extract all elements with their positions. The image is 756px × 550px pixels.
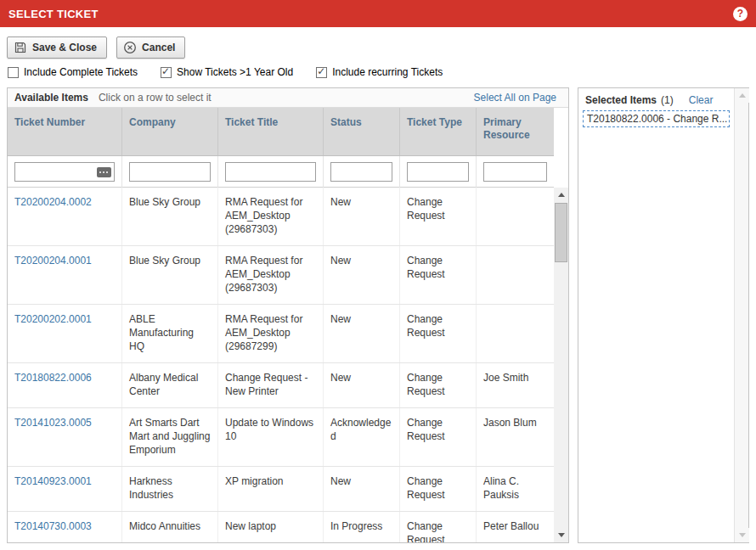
ticket-title-cell[interactable]: New laptop xyxy=(218,512,324,542)
ticket-number-cell[interactable]: T20180822.0006 xyxy=(8,363,122,407)
filter-cell xyxy=(477,156,554,188)
available-items-panel: Available Items Click on a row to select… xyxy=(7,87,569,543)
filter-cell xyxy=(400,156,477,188)
status-cell[interactable]: New xyxy=(324,188,400,245)
ticket-number-cell[interactable]: T20200202.0001 xyxy=(8,305,122,362)
scroll-down-icon xyxy=(739,533,746,537)
ticket-title-cell[interactable]: XP migration xyxy=(218,467,324,511)
checkbox-box[interactable] xyxy=(8,67,19,78)
selected-items-count: (1) xyxy=(661,94,674,106)
ticket-title-cell[interactable]: Change Request - New Printer xyxy=(218,363,324,407)
ticket-type-cell[interactable]: Change Request xyxy=(400,246,477,304)
scroll-down-button[interactable] xyxy=(554,528,568,542)
primary-resource-cell[interactable] xyxy=(477,188,554,245)
ticket-title-cell[interactable]: RMA Request for AEM_Desktop (29687303) xyxy=(218,246,324,304)
ticket-type-cell[interactable]: Change Request xyxy=(400,512,477,542)
select-all-link[interactable]: Select All on Page xyxy=(474,92,561,104)
primary-resource-cell[interactable]: Alina C. Pauksis xyxy=(477,467,554,511)
ticket-title-cell[interactable]: Update to Windows 10 xyxy=(218,408,324,466)
selected-item[interactable]: T20180822.0006 - Change R... xyxy=(583,110,730,127)
table-row[interactable]: T20180822.0006 Albany Medical Center Cha… xyxy=(8,363,554,408)
scrollbar-thumb[interactable] xyxy=(555,203,567,262)
status-cell[interactable]: Acknowledged xyxy=(324,408,400,466)
table-row[interactable]: T20140923.0001 Harkness Industries XP mi… xyxy=(8,467,554,512)
primary-resource-cell[interactable]: Jason Blum xyxy=(477,408,554,466)
ticket-number-link[interactable]: T20180822.0006 xyxy=(14,372,92,384)
grid-scrollbar[interactable] xyxy=(554,188,568,542)
company-cell[interactable]: Blue Sky Group xyxy=(122,246,218,304)
checkbox-include-complete-tickets[interactable]: Include Complete Tickets xyxy=(8,66,138,78)
selected-items-panel: Selected Items (1) Clear T20180822.0006 … xyxy=(578,87,749,543)
table-row[interactable]: T20200204.0002 Blue Sky Group RMA Reques… xyxy=(8,188,554,246)
primary-resource-cell[interactable]: Joe Smith xyxy=(477,363,554,407)
checkbox-box[interactable] xyxy=(161,67,172,78)
filter-input[interactable] xyxy=(129,162,211,182)
filter-input[interactable] xyxy=(407,162,469,182)
filter-options-icon[interactable] xyxy=(97,167,111,177)
ticket-title-cell[interactable]: RMA Request for AEM_Desktop (29687299) xyxy=(218,305,324,362)
ticket-number-link[interactable]: T20140730.0003 xyxy=(14,520,92,532)
ticket-number-cell[interactable]: T20141023.0005 xyxy=(8,408,122,466)
checkbox-show-tickets-over-1-year-old[interactable]: Show Tickets >1 Year Old xyxy=(161,66,293,78)
selected-scroll-up-button[interactable] xyxy=(735,88,749,103)
ticket-type-cell[interactable]: Change Request xyxy=(400,305,477,362)
ticket-number-cell[interactable]: T20200204.0002 xyxy=(8,188,122,245)
selected-scroll-down-button[interactable] xyxy=(735,528,749,542)
filter-input[interactable] xyxy=(330,162,392,182)
company-cell[interactable]: Midco Annuities xyxy=(122,512,218,542)
ticket-number-cell[interactable]: T20140730.0003 xyxy=(8,512,122,542)
clear-link[interactable]: Clear xyxy=(689,94,714,106)
checkbox-include-recurring-tickets[interactable]: Include recurring Tickets xyxy=(316,66,443,78)
ticket-type-cell[interactable]: Change Request xyxy=(400,188,477,245)
ticket-number-link[interactable]: T20200202.0001 xyxy=(14,313,92,325)
column-header[interactable]: Status xyxy=(324,108,400,155)
primary-resource-cell[interactable] xyxy=(477,305,554,362)
column-header[interactable]: Ticket Type xyxy=(400,108,477,155)
selected-items-header: Selected Items (1) Clear xyxy=(578,88,734,110)
ticket-number-link[interactable]: T20141023.0005 xyxy=(14,417,92,429)
ticket-title-cell[interactable]: RMA Request for AEM_Desktop (29687303) xyxy=(218,188,324,245)
selected-scrollbar[interactable] xyxy=(734,88,748,542)
status-cell[interactable]: In Progress xyxy=(324,512,400,542)
company-cell[interactable]: Albany Medical Center xyxy=(122,363,218,407)
grid-filter-row xyxy=(8,156,554,188)
cancel-button[interactable]: Cancel xyxy=(116,36,185,59)
ticket-number-link[interactable]: T20200204.0001 xyxy=(14,255,92,267)
company-cell[interactable]: Harkness Industries xyxy=(122,467,218,511)
save-close-button[interactable]: Save & Close xyxy=(7,36,107,59)
table-row[interactable]: T20200202.0001 ABLE Manufacturing HQ RMA… xyxy=(8,305,554,363)
available-items-strip: Available Items Click on a row to select… xyxy=(8,88,568,108)
ticket-number-link[interactable]: T20200204.0002 xyxy=(14,196,92,208)
status-cell[interactable]: New xyxy=(324,467,400,511)
status-cell[interactable]: New xyxy=(324,305,400,362)
status-cell[interactable]: New xyxy=(324,363,400,407)
primary-resource-cell[interactable] xyxy=(477,246,554,304)
ticket-number-cell[interactable]: T20200204.0001 xyxy=(8,246,122,304)
ticket-number-link[interactable]: T20140923.0001 xyxy=(14,475,92,487)
company-cell[interactable]: Art Smarts Dart Mart and Juggling Empori… xyxy=(122,408,218,466)
save-icon xyxy=(14,41,27,54)
filter-input[interactable] xyxy=(225,162,316,182)
filter-cell xyxy=(8,156,122,188)
scroll-down-icon xyxy=(558,533,565,537)
ticket-type-cell[interactable]: Change Request xyxy=(400,363,477,407)
table-row[interactable]: T20140730.0003 Midco Annuities New lapto… xyxy=(8,512,554,542)
checkbox-box[interactable] xyxy=(316,67,327,78)
company-cell[interactable]: ABLE Manufacturing HQ xyxy=(122,305,218,362)
help-icon[interactable]: ? xyxy=(733,7,748,21)
ticket-type-cell[interactable]: Change Request xyxy=(400,408,477,466)
ticket-type-cell[interactable]: Change Request xyxy=(400,467,477,511)
status-cell[interactable]: New xyxy=(324,246,400,304)
column-header[interactable]: Primary Resource xyxy=(477,108,554,155)
column-header[interactable]: Ticket Number xyxy=(8,108,122,155)
column-header[interactable]: Ticket Title xyxy=(218,108,324,155)
filter-input[interactable] xyxy=(483,162,547,182)
ticket-rows: T20200204.0002 Blue Sky Group RMA Reques… xyxy=(8,188,568,542)
table-row[interactable]: T20200204.0001 Blue Sky Group RMA Reques… xyxy=(8,246,554,305)
column-header[interactable]: Company xyxy=(122,108,218,155)
table-row[interactable]: T20141023.0005 Art Smarts Dart Mart and … xyxy=(8,408,554,467)
scroll-up-button[interactable] xyxy=(554,188,568,202)
ticket-number-cell[interactable]: T20140923.0001 xyxy=(8,467,122,511)
company-cell[interactable]: Blue Sky Group xyxy=(122,188,218,245)
primary-resource-cell[interactable]: Peter Ballou xyxy=(477,512,554,542)
